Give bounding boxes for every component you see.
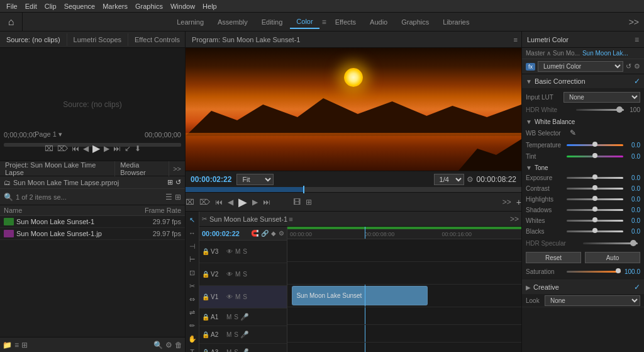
pbb-search-btn[interactable]: 🔍 xyxy=(153,341,163,349)
menu-item-file[interactable]: File xyxy=(3,1,21,11)
track-a1-lock-icon[interactable]: 🔒 xyxy=(202,314,209,321)
prog-go-in-btn[interactable]: ⏮ xyxy=(215,198,223,207)
v1-track-row[interactable]: Sun Moon Lake Sunset xyxy=(287,285,521,307)
tool-slip[interactable]: ⇔ xyxy=(187,293,198,305)
tone-reset-btn[interactable]: Reset xyxy=(526,252,581,263)
creative-look-dropdown[interactable]: None xyxy=(545,295,640,306)
track-a1-mic[interactable]: 🎤 xyxy=(240,313,249,321)
timeline-expand-icon[interactable]: ≡ xyxy=(289,215,292,223)
menu-item-edit[interactable]: Edit xyxy=(21,1,41,11)
project-item-0[interactable]: Sun Moon Lake Sunset-1 29.97 fps xyxy=(0,216,185,228)
prog-mark-in-btn[interactable]: ⌧ xyxy=(186,198,194,207)
tool-rate-stretch[interactable]: ⊡ xyxy=(187,267,198,278)
track-a3-lock-icon[interactable]: 🔒 xyxy=(202,349,209,352)
program-settings-btn[interactable]: ⚙ xyxy=(467,175,477,184)
ws-tab-effects[interactable]: Effects xyxy=(329,16,362,28)
basic-correction-header[interactable]: ▼ Basic Correction ✓ xyxy=(522,74,644,88)
whites-slider[interactable] xyxy=(567,220,623,222)
ws-tab-editing[interactable]: Editing xyxy=(255,16,289,28)
ws-tab-learning[interactable]: Learning xyxy=(170,16,210,28)
track-v2-solo[interactable]: S xyxy=(242,271,248,278)
v2-track-row[interactable] xyxy=(287,262,521,285)
source-overwrite-btn[interactable]: ⬇ xyxy=(135,144,141,153)
tool-rolling-edit[interactable]: ⊢ xyxy=(187,254,198,265)
track-a2-mute[interactable]: M xyxy=(226,331,232,338)
project-icon-btn2[interactable]: ↺ xyxy=(175,178,181,186)
exposure-slider[interactable] xyxy=(567,177,623,179)
tone-auto-btn[interactable]: Auto xyxy=(585,252,640,263)
tool-ripple-edit[interactable]: ⊣ xyxy=(187,241,198,252)
ws-tab-assembly[interactable]: Assembly xyxy=(211,16,254,28)
track-v1-lock-icon[interactable]: 🔒 xyxy=(202,293,209,300)
ws-tab-libraries[interactable]: Libraries xyxy=(436,16,475,28)
v3-track-row[interactable] xyxy=(287,239,521,262)
prog-extra-expand-btn[interactable]: >> xyxy=(502,198,511,207)
highlights-slider[interactable] xyxy=(567,198,623,200)
pbb-new-item-btn[interactable]: ≡ xyxy=(14,341,19,349)
pbb-new-bin-btn[interactable]: 📁 xyxy=(3,341,12,349)
track-a3-solo[interactable]: S xyxy=(233,349,239,352)
ws-tab-color[interactable]: Color xyxy=(290,15,319,29)
media-browser-tab[interactable]: Media Browser xyxy=(115,159,169,178)
track-v3-visibility[interactable]: 👁 xyxy=(226,248,233,255)
hdr-white-slider[interactable] xyxy=(576,109,624,111)
tool-razor[interactable]: ✂ xyxy=(187,280,198,292)
timeline-marker-btn[interactable]: ◆ xyxy=(271,230,276,237)
prog-step-fwd-btn[interactable]: ▶ xyxy=(252,198,258,207)
program-tab[interactable]: Program: Sun Moon Lake Sunset-1 xyxy=(186,33,306,46)
track-a3-mute[interactable]: M xyxy=(226,349,232,352)
source-insert-btn[interactable]: ↙ xyxy=(125,144,131,153)
pbb-trash-btn[interactable]: 🗑 xyxy=(175,341,182,349)
track-a2-solo[interactable]: S xyxy=(233,331,239,338)
project-item-1[interactable]: Sun Moon Lake Sunset-1.jp 29.97 fps xyxy=(0,228,185,240)
prog-multi-cam-btn[interactable]: ⊞ xyxy=(306,198,312,207)
track-a2-lock-icon[interactable]: 🔒 xyxy=(202,331,209,338)
program-progress-bar[interactable] xyxy=(186,187,521,192)
project-panel-expand[interactable]: >> xyxy=(169,165,185,173)
workspace-expand-button[interactable]: >> xyxy=(624,17,644,27)
v1-clip-block[interactable]: Sun Moon Lake Sunset xyxy=(292,286,428,305)
menu-item-markers[interactable]: Markers xyxy=(99,1,131,11)
menu-item-graphics[interactable]: Graphics xyxy=(131,1,167,11)
timeline-snap-btn[interactable]: 🧲 xyxy=(251,230,258,237)
contrast-slider[interactable] xyxy=(567,188,623,190)
wb-eyedropper-btn[interactable]: ✎ xyxy=(570,128,576,137)
lumetri-fx-reset-icon[interactable]: ↺ xyxy=(626,62,631,71)
lumetri-fx-dropdown[interactable]: Lumetri Color xyxy=(538,61,623,72)
temperature-slider[interactable] xyxy=(567,144,623,146)
tool-slide[interactable]: ⇌ xyxy=(187,307,198,318)
tool-type[interactable]: T xyxy=(187,346,198,352)
prog-add-btn[interactable]: + xyxy=(516,197,521,207)
prog-play-btn[interactable]: ▶ xyxy=(238,195,247,209)
prog-go-out-btn[interactable]: ⏭ xyxy=(263,198,270,207)
track-v3-mute[interactable]: M xyxy=(235,248,241,255)
project-icon-btn1[interactable]: ⊞ xyxy=(167,178,173,186)
track-v1-mute[interactable]: M xyxy=(235,293,241,300)
track-a1-mute[interactable]: M xyxy=(226,314,232,321)
prog-step-back-btn[interactable]: ◀ xyxy=(228,198,233,207)
tool-track-select[interactable]: ↔ xyxy=(187,227,198,239)
program-expand-icon[interactable]: ≡ xyxy=(510,36,521,43)
track-v2-mute[interactable]: M xyxy=(235,271,241,278)
track-v3-lock-icon[interactable]: 🔒 xyxy=(202,248,209,255)
sequence-tab[interactable]: Sun Moon Lake Sunset-1 xyxy=(209,215,287,223)
source-step-back-btn[interactable]: ◀ xyxy=(83,144,89,153)
menu-item-window[interactable]: Window xyxy=(167,1,199,11)
source-page-indicator[interactable]: Page 1 ▾ xyxy=(35,130,62,139)
menu-item-sequence[interactable]: Sequence xyxy=(60,1,99,11)
menu-item-clip[interactable]: Clip xyxy=(41,1,60,11)
source-play-btn[interactable]: ▶ xyxy=(92,142,100,154)
source-step-fwd-btn[interactable]: ▶ xyxy=(104,144,109,153)
track-v1-visibility[interactable]: 👁 xyxy=(226,293,233,300)
blacks-slider[interactable] xyxy=(567,230,623,232)
lumetri-scopes-tab[interactable]: Lumetri Scopes xyxy=(67,33,128,46)
tool-hand[interactable]: ✋ xyxy=(187,333,198,344)
prog-export-frame-btn[interactable]: 🎞 xyxy=(293,198,301,207)
effect-controls-tab[interactable]: Effect Controls xyxy=(128,33,185,46)
pbb-icon-view-btn[interactable]: ⊞ xyxy=(21,341,28,349)
a1-track-row[interactable] xyxy=(287,307,521,325)
saturation-slider[interactable] xyxy=(567,271,621,273)
track-v2-visibility[interactable]: 👁 xyxy=(226,271,233,278)
source-go-in-btn[interactable]: ⏮ xyxy=(72,144,79,153)
track-v2-lock-icon[interactable]: 🔒 xyxy=(202,271,209,278)
